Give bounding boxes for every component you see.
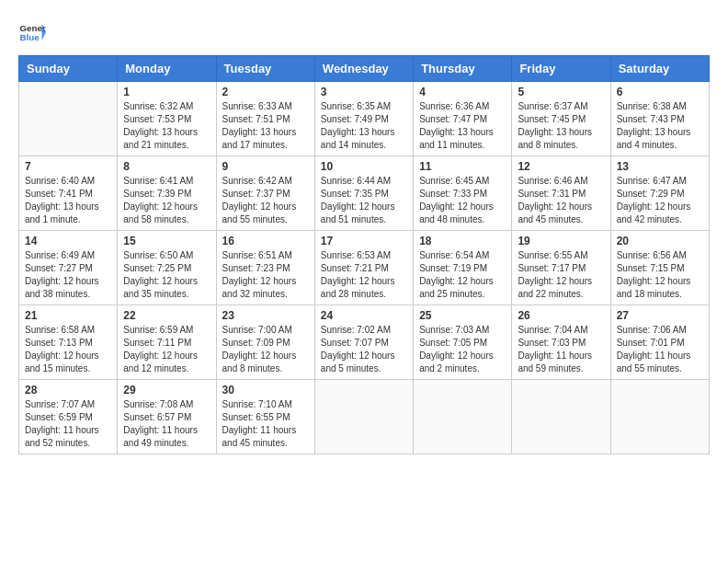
- calendar-day-cell: [414, 380, 512, 454]
- calendar-body: 1Sunrise: 6:32 AM Sunset: 7:53 PM Daylig…: [19, 82, 710, 454]
- day-info: Sunrise: 6:45 AM Sunset: 7:33 PM Dayligh…: [419, 175, 506, 226]
- calendar-day-cell: 7Sunrise: 6:40 AM Sunset: 7:41 PM Daylig…: [19, 156, 118, 231]
- weekday-header-cell: Wednesday: [314, 56, 413, 82]
- calendar-day-cell: 13Sunrise: 6:47 AM Sunset: 7:29 PM Dayli…: [610, 156, 709, 231]
- day-info: Sunrise: 7:02 AM Sunset: 7:07 PM Dayligh…: [321, 324, 407, 375]
- day-number: 23: [222, 309, 309, 322]
- logo: General Blue: [18, 18, 46, 46]
- calendar-day-cell: 15Sunrise: 6:50 AM Sunset: 7:25 PM Dayli…: [118, 231, 216, 305]
- day-info: Sunrise: 6:37 AM Sunset: 7:45 PM Dayligh…: [518, 100, 604, 152]
- day-number: 4: [419, 86, 506, 98]
- svg-marker-3: [42, 32, 47, 40]
- day-number: 25: [419, 309, 506, 322]
- page-header: General Blue: [18, 18, 710, 46]
- calendar-day-cell: 12Sunrise: 6:46 AM Sunset: 7:31 PM Dayli…: [512, 156, 610, 231]
- day-info: Sunrise: 7:07 AM Sunset: 6:59 PM Dayligh…: [25, 398, 111, 450]
- calendar-day-cell: 18Sunrise: 6:54 AM Sunset: 7:19 PM Dayli…: [414, 231, 512, 305]
- calendar-day-cell: 27Sunrise: 7:06 AM Sunset: 7:01 PM Dayli…: [610, 305, 709, 380]
- day-info: Sunrise: 6:53 AM Sunset: 7:21 PM Dayligh…: [321, 249, 407, 301]
- calendar-day-cell: 10Sunrise: 6:44 AM Sunset: 7:35 PM Dayli…: [314, 156, 413, 231]
- day-info: Sunrise: 6:46 AM Sunset: 7:31 PM Dayligh…: [518, 175, 604, 226]
- calendar-table: SundayMondayTuesdayWednesdayThursdayFrid…: [18, 55, 710, 454]
- calendar-day-cell: 29Sunrise: 7:08 AM Sunset: 6:57 PM Dayli…: [118, 380, 216, 454]
- day-info: Sunrise: 7:08 AM Sunset: 6:57 PM Dayligh…: [123, 398, 210, 450]
- day-info: Sunrise: 6:50 AM Sunset: 7:25 PM Dayligh…: [123, 249, 210, 301]
- calendar-day-cell: 4Sunrise: 6:36 AM Sunset: 7:47 PM Daylig…: [414, 82, 512, 156]
- day-number: 15: [123, 235, 210, 247]
- day-number: 30: [222, 384, 309, 396]
- calendar-day-cell: 26Sunrise: 7:04 AM Sunset: 7:03 PM Dayli…: [512, 305, 610, 380]
- day-info: Sunrise: 7:03 AM Sunset: 7:05 PM Dayligh…: [419, 324, 506, 375]
- calendar-week-row: 14Sunrise: 6:49 AM Sunset: 7:27 PM Dayli…: [19, 231, 710, 305]
- day-info: Sunrise: 6:55 AM Sunset: 7:17 PM Dayligh…: [518, 249, 604, 301]
- calendar-day-cell: 6Sunrise: 6:38 AM Sunset: 7:43 PM Daylig…: [610, 82, 709, 156]
- day-info: Sunrise: 6:56 AM Sunset: 7:15 PM Dayligh…: [617, 249, 703, 301]
- weekday-header-cell: Tuesday: [216, 56, 314, 82]
- day-number: 10: [321, 160, 407, 173]
- calendar-day-cell: 24Sunrise: 7:02 AM Sunset: 7:07 PM Dayli…: [314, 305, 413, 380]
- calendar-day-cell: [19, 82, 118, 156]
- calendar-day-cell: 30Sunrise: 7:10 AM Sunset: 6:55 PM Dayli…: [216, 380, 314, 454]
- weekday-header-cell: Saturday: [610, 56, 709, 82]
- calendar-day-cell: [512, 380, 610, 454]
- calendar-day-cell: 23Sunrise: 7:00 AM Sunset: 7:09 PM Dayli…: [216, 305, 314, 380]
- day-number: 18: [419, 235, 506, 247]
- day-number: 8: [123, 160, 210, 173]
- calendar-week-row: 21Sunrise: 6:58 AM Sunset: 7:13 PM Dayli…: [19, 305, 710, 380]
- day-number: 16: [222, 235, 309, 247]
- day-info: Sunrise: 6:51 AM Sunset: 7:23 PM Dayligh…: [222, 249, 309, 301]
- calendar-day-cell: [314, 380, 413, 454]
- day-number: 2: [222, 86, 309, 98]
- day-info: Sunrise: 7:00 AM Sunset: 7:09 PM Dayligh…: [222, 324, 309, 375]
- day-number: 3: [321, 86, 407, 98]
- calendar-week-row: 1Sunrise: 6:32 AM Sunset: 7:53 PM Daylig…: [19, 82, 710, 156]
- calendar-day-cell: 1Sunrise: 6:32 AM Sunset: 7:53 PM Daylig…: [118, 82, 216, 156]
- day-number: 11: [419, 160, 506, 173]
- day-number: 19: [518, 235, 604, 247]
- day-number: 20: [617, 235, 703, 247]
- calendar-day-cell: 16Sunrise: 6:51 AM Sunset: 7:23 PM Dayli…: [216, 231, 314, 305]
- day-number: 12: [518, 160, 604, 173]
- calendar-day-cell: [610, 380, 709, 454]
- day-number: 14: [25, 235, 111, 247]
- calendar-day-cell: 25Sunrise: 7:03 AM Sunset: 7:05 PM Dayli…: [414, 305, 512, 380]
- calendar-day-cell: 14Sunrise: 6:49 AM Sunset: 7:27 PM Dayli…: [19, 231, 118, 305]
- day-number: 22: [123, 309, 210, 322]
- calendar-day-cell: 17Sunrise: 6:53 AM Sunset: 7:21 PM Dayli…: [314, 231, 413, 305]
- day-info: Sunrise: 6:47 AM Sunset: 7:29 PM Dayligh…: [617, 175, 703, 226]
- calendar-week-row: 28Sunrise: 7:07 AM Sunset: 6:59 PM Dayli…: [19, 380, 710, 454]
- day-info: Sunrise: 6:32 AM Sunset: 7:53 PM Dayligh…: [123, 100, 210, 152]
- day-info: Sunrise: 6:49 AM Sunset: 7:27 PM Dayligh…: [25, 249, 111, 301]
- calendar-day-cell: 9Sunrise: 6:42 AM Sunset: 7:37 PM Daylig…: [216, 156, 314, 231]
- day-info: Sunrise: 6:38 AM Sunset: 7:43 PM Dayligh…: [617, 100, 703, 152]
- day-number: 6: [617, 86, 703, 98]
- logo-icon: General Blue: [18, 18, 46, 46]
- weekday-header-cell: Monday: [118, 56, 216, 82]
- day-number: 7: [25, 160, 111, 173]
- calendar-week-row: 7Sunrise: 6:40 AM Sunset: 7:41 PM Daylig…: [19, 156, 710, 231]
- weekday-header-cell: Sunday: [19, 56, 118, 82]
- day-number: 29: [123, 384, 210, 396]
- day-info: Sunrise: 6:36 AM Sunset: 7:47 PM Dayligh…: [419, 100, 506, 152]
- day-number: 21: [25, 309, 111, 322]
- calendar-day-cell: 22Sunrise: 6:59 AM Sunset: 7:11 PM Dayli…: [118, 305, 216, 380]
- day-number: 26: [518, 309, 604, 322]
- calendar-day-cell: 21Sunrise: 6:58 AM Sunset: 7:13 PM Dayli…: [19, 305, 118, 380]
- day-info: Sunrise: 6:42 AM Sunset: 7:37 PM Dayligh…: [222, 175, 309, 226]
- calendar-day-cell: 11Sunrise: 6:45 AM Sunset: 7:33 PM Dayli…: [414, 156, 512, 231]
- day-number: 28: [25, 384, 111, 396]
- calendar-day-cell: 2Sunrise: 6:33 AM Sunset: 7:51 PM Daylig…: [216, 82, 314, 156]
- calendar-day-cell: 5Sunrise: 6:37 AM Sunset: 7:45 PM Daylig…: [512, 82, 610, 156]
- day-info: Sunrise: 6:58 AM Sunset: 7:13 PM Dayligh…: [25, 324, 111, 375]
- day-number: 1: [123, 86, 210, 98]
- day-info: Sunrise: 6:33 AM Sunset: 7:51 PM Dayligh…: [222, 100, 309, 152]
- day-number: 5: [518, 86, 604, 98]
- calendar-day-cell: 20Sunrise: 6:56 AM Sunset: 7:15 PM Dayli…: [610, 231, 709, 305]
- day-number: 13: [617, 160, 703, 173]
- day-number: 27: [617, 309, 703, 322]
- day-number: 24: [321, 309, 407, 322]
- day-info: Sunrise: 7:06 AM Sunset: 7:01 PM Dayligh…: [617, 324, 703, 375]
- day-info: Sunrise: 6:54 AM Sunset: 7:19 PM Dayligh…: [419, 249, 506, 301]
- calendar-day-cell: 19Sunrise: 6:55 AM Sunset: 7:17 PM Dayli…: [512, 231, 610, 305]
- day-info: Sunrise: 6:59 AM Sunset: 7:11 PM Dayligh…: [123, 324, 210, 375]
